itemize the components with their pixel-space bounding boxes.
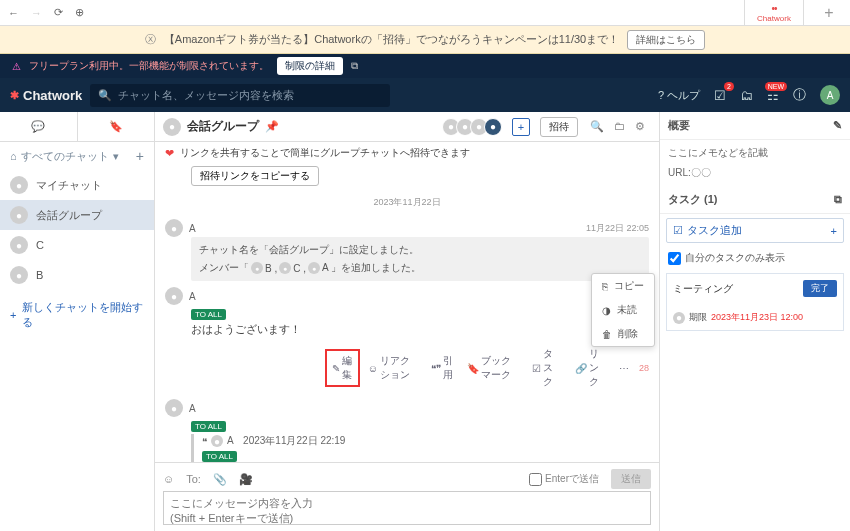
to-all-badge: TO ALL [202,451,237,462]
home-icon: ⌂ [10,150,17,162]
expand-tasks-icon[interactable]: ⧉ [834,193,842,206]
sender-name: A [189,291,196,302]
plus-icon: + [10,309,16,321]
msg-task-button[interactable]: ☑タスク [526,343,566,393]
pencil-icon: ✎ [332,363,340,374]
sidebar-item-mychat[interactable]: ● マイチャット [0,170,154,200]
help-button[interactable]: ?ヘルプ [658,88,700,103]
sidebar-item-c[interactable]: ● C [0,230,154,260]
smile-icon: ☺ [368,363,378,374]
contacts-icon[interactable]: 🗂 [740,88,753,103]
nav-fwd-icon[interactable]: → [31,7,42,19]
assignee-avatar-icon: ● [673,312,685,324]
sender-name: A [189,403,196,414]
avatar-icon: ● [10,206,28,224]
new-chat-label: 新しくチャットを開始する [22,300,144,330]
system-message: チャット名を「会話グループ」に設定しました。 メンバー「 ●B , ●C , ●… [191,237,649,281]
add-member-button[interactable]: + [512,118,530,136]
sidebar-tab-chats[interactable]: 💬 [0,112,78,141]
msg-bookmark-button[interactable]: 🔖ブックマーク [461,350,524,386]
avatar-icon: ● [165,219,183,237]
live-button[interactable]: 🎥 [239,473,253,486]
app-logo[interactable]: ✱ Chatwork [10,88,82,103]
sidebar-item-b[interactable]: ● B [0,260,154,290]
message-context-menu: ⎘コピー ◑未読 🗑削除 [591,273,655,347]
browser-tab-chatwork[interactable]: •• Chatwork [744,0,804,25]
global-search[interactable]: 🔍 チャット名、メッセージ内容を検索 [90,84,390,107]
enter-to-send-toggle[interactable]: Enterで送信 [529,472,599,486]
nav-back-icon[interactable]: ← [8,7,19,19]
my-tasks-checkbox[interactable] [668,252,681,265]
message-text: おはようございます！ [191,322,649,337]
msg-link-button[interactable]: 🔗リンク [569,343,611,393]
add-chat-button[interactable]: + [136,148,144,164]
overview-title: 概要 [668,118,690,133]
banner-text: 【Amazonギフト券が当たる】Chatworkの「招待」でつながろうキャンペー… [164,32,619,47]
external-link-icon[interactable]: ⧉ [351,60,358,72]
gear-icon[interactable]: ⚙ [635,120,645,133]
chevron-down-icon[interactable]: ▾ [113,150,119,163]
tab-label: Chatwork [757,14,791,23]
banner-detail-button[interactable]: 詳細はこちら [627,30,705,50]
notifications-icon[interactable]: ⚏ [767,88,779,103]
to-all-badge: TO ALL [191,421,226,432]
ctx-copy[interactable]: ⎘コピー [592,274,654,298]
member-avatars[interactable]: ●●●● [446,118,502,136]
ctx-delete[interactable]: 🗑削除 [592,322,654,346]
user-avatar[interactable]: A [820,85,840,105]
overview-body: ここにメモなどを記載 URL:〇〇 [660,140,850,186]
warning-detail-button[interactable]: 制限の詳細 [277,57,343,75]
task-add-button[interactable]: ☑タスク追加 + [666,218,844,243]
search-chat-icon[interactable]: 🔍 [590,120,604,133]
banner-close-icon[interactable]: ⓧ [145,32,156,47]
copy-invite-link-button[interactable]: 招待リンクをコピーする [191,166,319,186]
attach-button[interactable]: 📎 [213,473,227,486]
link-icon: 🔗 [575,363,587,374]
chat-avatar-icon: ● [163,118,181,136]
msg-quote-button[interactable]: ❝❞引用 [425,350,459,386]
my-tasks-filter[interactable]: 自分のタスクのみ表示 [660,247,850,269]
due-label: 期限 [689,311,707,324]
mention-button[interactable]: To: [186,473,201,485]
edit-overview-icon[interactable]: ✎ [833,119,842,132]
avatar-icon: ● [10,176,28,194]
all-chats-label[interactable]: すべてのチャット [21,149,109,164]
logo-icon: ✱ [10,89,19,102]
send-button[interactable]: 送信 [611,469,651,489]
pin-icon[interactable]: 📌 [265,120,279,133]
search-icon: 🔍 [98,89,112,102]
avatar-icon: ● [10,266,28,284]
avatar-icon: ● [165,287,183,305]
due-date: 2023年11月23日 12:00 [711,311,803,324]
task-icon[interactable]: ☑ [714,88,726,103]
copy-icon: ⎘ [602,281,608,292]
task-icon: ☑ [532,363,541,374]
chatwork-logo-icon: •• [771,3,776,14]
sidebar-item-group[interactable]: ● 会話グループ [0,200,154,230]
task-card[interactable]: ミーティング 完了 ● 期限 2023年11月23日 12:00 [666,273,844,331]
sidebar-tab-bookmarks[interactable]: 🔖 [78,112,155,141]
sidebar-item-label: 会話グループ [36,208,102,223]
invite-button[interactable]: 招待 [540,117,578,137]
campaign-banner: ⓧ 【Amazonギフト券が当たる】Chatworkの「招待」でつながろうキャン… [0,26,850,54]
message-input[interactable] [163,491,651,525]
emoji-button[interactable]: ☺ [163,473,174,485]
nav-download-icon[interactable]: ⊕ [75,6,84,19]
msg-reaction-button[interactable]: ☺リアクション [362,350,424,386]
msg-more-button[interactable]: ⋯ [613,359,635,378]
sender-name: A [189,223,196,234]
info-icon[interactable]: ⓘ [793,86,806,104]
search-placeholder: チャット名、メッセージ内容を検索 [118,88,294,103]
folder-icon[interactable]: 🗀 [614,120,625,133]
new-tab-button[interactable]: + [816,4,842,22]
trash-icon: 🗑 [602,329,612,340]
msg-time: 11月22日 22:05 [586,222,649,235]
task-title: ミーティング [673,282,733,296]
msg-edit-button[interactable]: ✎編集 [325,349,360,387]
nav-reload-icon[interactable]: ⟳ [54,6,63,19]
ctx-unread[interactable]: ◑未読 [592,298,654,322]
enter-checkbox[interactable] [529,473,542,486]
more-icon: ⋯ [619,363,629,374]
task-complete-button[interactable]: 完了 [803,280,837,297]
start-new-chat[interactable]: + 新しくチャットを開始する [0,290,154,340]
